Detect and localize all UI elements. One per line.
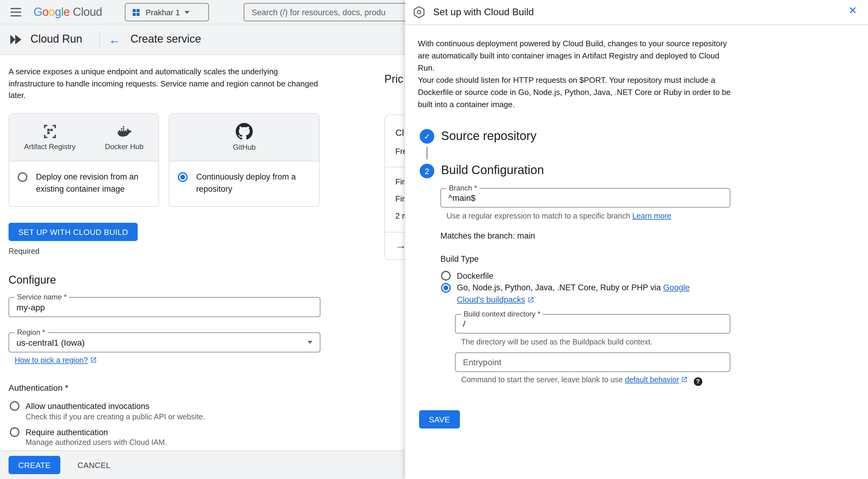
save-button[interactable]: SAVE [419, 410, 460, 429]
region-label: Region * [14, 328, 48, 337]
google-cloud-logo[interactable]: Google Cloud [33, 5, 102, 19]
branch-label: Branch * [446, 184, 479, 193]
region-help-link[interactable]: How to pick a region? [14, 356, 88, 365]
pricing-line: Cl [395, 127, 404, 138]
allow-unauthenticated-help: Check this if you are creating a public … [26, 413, 205, 421]
logo-letter: o [49, 6, 55, 18]
logo-letter: g [55, 6, 61, 18]
step-2-number: 2 [420, 164, 434, 178]
branch-match-text: Matches the branch: main [440, 231, 535, 240]
require-authentication-label[interactable]: Require authentication [26, 427, 108, 438]
build-context-label: Build context directory * [461, 310, 543, 319]
step-2-title: Build Configuration [441, 163, 544, 177]
docker-hub-label: Docker Hub [105, 142, 144, 151]
cloud-run-icon [8, 32, 23, 46]
close-icon[interactable]: ✕ [848, 5, 857, 16]
service-intro-text: A service exposes a unique endpoint and … [8, 66, 325, 101]
build-context-field: Build context directory * [455, 314, 730, 334]
dockerfile-radio-label[interactable]: Dockerfile [457, 271, 493, 281]
require-authentication-help: Manage authorized users with Cloud IAM. [26, 438, 167, 447]
project-icon [131, 8, 141, 17]
create-button[interactable]: CREATE [8, 456, 61, 474]
github-label: GitHub [233, 143, 256, 151]
help-icon[interactable]: ? [694, 377, 702, 385]
branch-help: Use a regular expression to match to a s… [446, 212, 671, 220]
logo-letter: o [42, 6, 49, 18]
entrypoint-input[interactable] [456, 353, 730, 371]
arrow-icon[interactable]: → [395, 239, 406, 252]
repository-radio-label[interactable]: Continuously deploy from a repository [196, 171, 300, 195]
cloud-build-panel: Set up with Cloud Build ✕ With continuou… [405, 0, 868, 479]
menu-icon[interactable] [10, 8, 21, 16]
panel-intro: With continuous deployment powered by Cl… [418, 38, 732, 111]
build-type-dockerfile-option[interactable]: Dockerfile [441, 271, 493, 281]
artifact-registry-group: Artifact Registry [24, 124, 75, 151]
entrypoint-field [455, 352, 730, 372]
screen: Google Cloud Prakhar 1 Cloud Run ← Creat… [0, 0, 868, 479]
docker-hub-icon [115, 124, 133, 139]
service-name-label: Service name * [14, 293, 69, 302]
pricing-heading-fragment: Pric [384, 73, 403, 86]
logo-letter: e [64, 6, 70, 18]
entrypoint-help: Command to start the server, leave blank… [461, 376, 702, 385]
repository-radio[interactable] [178, 172, 188, 182]
required-note: Required [8, 247, 39, 255]
external-link-icon [527, 297, 534, 303]
existing-image-radio-label[interactable]: Deploy one revision from an existing con… [36, 171, 146, 195]
dockerfile-radio[interactable] [441, 271, 451, 281]
allow-unauthenticated-label[interactable]: Allow unauthenticated invocations [26, 401, 150, 411]
external-link-icon [90, 357, 97, 363]
chevron-down-icon[interactable] [308, 341, 312, 344]
existing-image-option[interactable]: Deploy one revision from an existing con… [9, 161, 158, 205]
step-connector [426, 147, 428, 160]
logo-cloud-text: Cloud [73, 5, 102, 19]
logo-letter: G [33, 6, 42, 18]
set-up-cloud-build-button[interactable]: SET UP WITH CLOUD BUILD [8, 223, 138, 241]
chevron-down-icon [185, 11, 190, 14]
product-title: Cloud Run [30, 33, 82, 46]
existing-image-radio[interactable] [18, 172, 27, 182]
configure-heading: Configure [8, 274, 56, 287]
step-1-title: Source repository [441, 129, 537, 143]
step-1-check-icon: ✓ [420, 129, 434, 144]
artifact-registry-icon [42, 124, 58, 139]
buildpacks-radio[interactable] [441, 283, 451, 293]
project-selector[interactable]: Prakhar 1 [125, 3, 209, 21]
back-arrow-icon[interactable]: ← [108, 33, 121, 45]
repository-option[interactable]: Continuously deploy from a repository [169, 161, 319, 205]
page-title: Create service [130, 33, 201, 46]
project-name: Prakhar 1 [146, 8, 180, 17]
panel-intro-paragraph-1: With continuous deployment powered by Cl… [418, 39, 727, 72]
divider [99, 31, 100, 48]
build-type-buildpacks-option[interactable]: Go, Node.js, Python, Java, .NET Core, Ru… [441, 282, 703, 306]
external-link-icon [681, 376, 688, 383]
allow-unauthenticated-radio[interactable] [10, 401, 20, 411]
require-authentication-radio[interactable] [10, 427, 20, 437]
default-behavior-link[interactable]: default behavior [625, 376, 679, 384]
deploy-option-card-existing-image: Artifact Registry Docker Hub Deploy one … [8, 113, 159, 207]
buildpacks-radio-label[interactable]: Go, Node.js, Python, Java, .NET Core, Ru… [457, 282, 703, 306]
panel-title: Set up with Cloud Build [433, 7, 534, 18]
github-icon [236, 123, 253, 140]
panel-header: Set up with Cloud Build ✕ [405, 0, 868, 25]
branch-help-text: Use a regular expression to match to a s… [446, 212, 630, 220]
buildpacks-label-text: Go, Node.js, Python, Java, .NET Core, Ru… [457, 283, 661, 292]
build-context-help: The directory will be used as the Buildp… [461, 338, 652, 346]
github-group: GitHub [233, 123, 256, 151]
auth-option-unauthenticated[interactable]: Allow unauthenticated invocations [10, 401, 150, 411]
region-select[interactable] [9, 333, 320, 352]
deploy-option-card-repository: GitHub Continuously deploy from a reposi… [169, 113, 320, 207]
build-type-label: Build Type [440, 254, 479, 264]
authentication-heading: Authentication * [8, 383, 68, 392]
branch-learn-more-link[interactable]: Learn more [632, 212, 671, 220]
cancel-button[interactable]: CANCEL [78, 460, 111, 470]
panel-intro-paragraph-2: Your code should listen for HTTP request… [418, 75, 731, 109]
docker-hub-group: Docker Hub [105, 124, 144, 151]
repo-icons-area: GitHub [169, 114, 319, 161]
artifact-registry-label: Artifact Registry [24, 142, 75, 151]
auth-option-require[interactable]: Require authentication [10, 427, 108, 438]
logo-letter: l [61, 6, 64, 18]
branch-input[interactable] [441, 189, 730, 207]
entrypoint-help-text: Command to start the server, leave blank… [461, 376, 623, 384]
region-field: Region * [8, 332, 320, 352]
